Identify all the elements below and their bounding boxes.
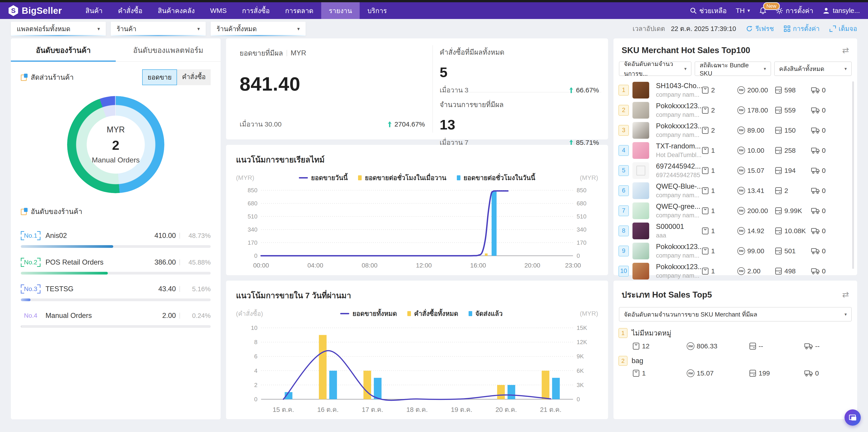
sku-stock: 194	[775, 167, 811, 174]
store-sales-percent: 45.88%	[184, 259, 211, 266]
chevron-down-icon: ▾	[197, 26, 200, 32]
sku-sort-dropdown[interactable]: จัดอันดับตามจำนวนการข...▾	[619, 62, 691, 76]
sales-yesterday-row: เมื่อวาน 30.00 2704.67%	[240, 119, 425, 129]
nav-item-7[interactable]: บริการ	[360, 2, 395, 19]
sku-price: RM99.00	[737, 247, 775, 255]
dashboard-settings-button[interactable]: การตั้งค่า	[784, 24, 819, 34]
chat-support-button[interactable]	[844, 409, 861, 426]
store-name: POS Retail Orders	[45, 258, 103, 266]
sku-row-3[interactable]: 3 Pokokxxx123... company nam... 2 RM89.0…	[614, 120, 857, 140]
product-thumbnail	[632, 102, 649, 119]
nav-item-4[interactable]: การสั่งซื้อ	[235, 2, 277, 19]
sku-name: TXT-random...	[656, 142, 702, 150]
legend-total-orders[interactable]: คำสั่งซื้อทั้งหมด	[407, 308, 458, 319]
divider	[180, 259, 180, 265]
dashboard-settings-label: การตั้งค่า	[793, 24, 819, 34]
top-navbar: S BigSeller สินค้าคำสั่งซื้อสินค้าคงคลัง…	[0, 2, 868, 19]
nav-item-2[interactable]: สินค้าคงคลัง	[150, 2, 203, 19]
product-thumbnail	[632, 122, 649, 139]
stock-icon	[749, 342, 756, 350]
category-row-1[interactable]: 1 ไม่มีหมวดหมู่ 12 RM806.33 -- --	[614, 322, 857, 350]
sku-shipped: 0	[811, 187, 836, 195]
store-share-title: สัดส่วนร้านค้า	[31, 72, 74, 83]
legend-shipped[interactable]: จัดส่งแล้ว	[469, 308, 502, 319]
store-ranking-heading: อันดับของร้านค้า	[11, 193, 221, 219]
chevron-down-icon: ▾	[97, 26, 100, 32]
left-axis-unit: (คำสั่งซื้อ)	[236, 309, 263, 319]
swap-sort-icon[interactable]: ⇄	[842, 46, 849, 55]
fullscreen-button[interactable]: เต็มจอ	[830, 24, 857, 34]
sku-row-4[interactable]: 4 TXT-random... Hot DealTumbl... 1 RM10.…	[614, 140, 857, 160]
legend-today-line[interactable]: ยอดขายวันนี้	[299, 173, 348, 183]
nav-item-1[interactable]: คำสั่งซื้อ	[110, 2, 150, 19]
svg-text:510: 510	[248, 213, 257, 220]
sku-row-2[interactable]: 2 Pokokxxx123... company nam... 2 RM178.…	[614, 100, 857, 120]
sku-price: RM2.00	[737, 267, 775, 275]
language-selector[interactable]: TH ▾	[736, 7, 750, 14]
nav-item-0[interactable]: สินค้า	[78, 2, 110, 19]
legend-yesterday-hourly[interactable]: ยอดขายต่อชั่วโมงในเมื่อวาน	[358, 173, 446, 183]
platform-filter-dropdown[interactable]: แพลตฟอร์มทั้งหมด ▾	[11, 22, 106, 36]
svg-text:20:00: 20:00	[524, 262, 540, 269]
progress-fill	[21, 272, 108, 274]
sku-row-10[interactable]: 10 Pokokxxx123... company nam... 1 RM2.0…	[614, 261, 857, 281]
seven-day-sales-card: แนวโน้มการขายใน 7 วันที่ผ่านมา (คำสั่งซื…	[226, 280, 608, 419]
nav-item-5[interactable]: การตลาด	[277, 2, 321, 19]
sku-price: RM15.07	[737, 167, 775, 174]
rank-no-badge: No.3	[21, 285, 40, 294]
product-thumbnail	[632, 243, 649, 259]
svg-text:3K: 3K	[577, 381, 584, 388]
svg-text:12K: 12K	[577, 339, 587, 345]
store-rank-row-4: No.4 Manual Orders 2.00 0.24%	[21, 311, 211, 328]
sku-warehouse-dropdown[interactable]: คลังสินค้าทั้งหมด▾	[774, 62, 852, 76]
settings-label: การตั้งค่า	[786, 5, 813, 16]
store-rank-row-2: No.2 POS Retail Orders 386.00 45.88%	[21, 258, 211, 274]
sku-stock: 9.99K	[775, 207, 811, 214]
shipping-truck-icon	[811, 127, 819, 134]
tab-store-ranking[interactable]: อันดับของร้านค้า	[11, 38, 116, 61]
sku-stat-type-dropdown[interactable]: สถิติเฉพาะ Bundle SKU▾	[694, 62, 771, 76]
notifications-button[interactable]: New	[759, 7, 767, 14]
sku-price: RM13.41	[737, 187, 775, 195]
shipping-truck-icon	[811, 107, 819, 114]
nav-item-6[interactable]: รายงาน	[321, 2, 360, 19]
top5-sort-dropdown[interactable]: จัดอันดับตามจำนวนการขาย SKU Merchant ที่…	[619, 307, 852, 322]
sku-row-8[interactable]: 8 S000001 aaa 1 RM14.92 10.08K 0	[614, 221, 857, 241]
category-name: ไม่มีหมวดหมู่	[631, 327, 671, 339]
sku-stock: 559	[775, 106, 811, 114]
svg-text:08:00: 08:00	[362, 262, 377, 269]
search-icon	[690, 7, 697, 14]
store-filter-dropdown[interactable]: ร้านค้าทั้งหมด ▾	[211, 22, 306, 36]
bigseller-logo[interactable]: S BigSeller	[8, 5, 62, 16]
help-button[interactable]: ช่วยเหลือ	[690, 5, 727, 16]
sku-row-5[interactable]: 5 6972445942... 6972445942785 1 RM15.07 …	[614, 160, 857, 180]
swap-sort-icon[interactable]: ⇄	[842, 290, 849, 299]
user-menu[interactable]: tansyle...	[822, 7, 860, 14]
list-scrollbar[interactable]	[852, 81, 854, 269]
toggle-sales[interactable]: ยอดขาย	[142, 69, 177, 85]
realtime-sales-card: แนวโน้มการขายเรียลไทม์ (MYR) ยอดขายวันนี…	[226, 145, 608, 275]
shipping-truck-icon	[811, 267, 819, 275]
stock-icon	[775, 127, 782, 134]
refresh-button[interactable]: รีเฟรช	[746, 24, 774, 34]
main-menu: สินค้าคำสั่งซื้อสินค้าคงคลังWMSการสั่งซื…	[78, 2, 395, 19]
effective-sales-heading: ยอดขายที่มีผล MYR	[240, 47, 427, 59]
tab-platform-ranking[interactable]: อันดับของแพลตฟอร์ม	[116, 38, 221, 61]
category-row-2[interactable]: 2 bag 1 RM15.07 199 0	[614, 350, 857, 377]
sku-row-1[interactable]: 1 SH1043-Cho... company nam... 2 RM200.0…	[614, 80, 857, 100]
stock-icon	[775, 247, 782, 255]
sku-row-9[interactable]: 9 Pokokxxx123... company nam... 1 RM99.0…	[614, 241, 857, 261]
svg-text:21 ต.ค.: 21 ต.ค.	[540, 406, 561, 413]
legend-total-sales[interactable]: ยอดขายทั้งหมด	[340, 308, 397, 319]
brand-name: BigSeller	[22, 6, 62, 16]
sku-row-7[interactable]: 7 QWEQ-gree... company nam... 1 RM200.00…	[614, 201, 857, 221]
store-ranking-title: อันดับของร้านค้า	[31, 206, 82, 217]
sku-row-6[interactable]: 6 QWEQ-Blue-... company nam... 1 RM13.41…	[614, 180, 857, 201]
nav-item-3[interactable]: WMS	[202, 2, 234, 19]
currency-rm-icon: RM	[737, 227, 745, 235]
store-type-filter-dropdown[interactable]: ร้านค้า ▾	[111, 22, 206, 36]
sku-shipped: 0	[811, 207, 836, 214]
legend-today-hourly[interactable]: ยอดขายต่อชั่วโมงในวันนี้	[457, 173, 535, 183]
toggle-orders[interactable]: คำสั่งซื้อ	[177, 69, 211, 85]
settings-button[interactable]: การตั้งค่า	[776, 5, 813, 16]
